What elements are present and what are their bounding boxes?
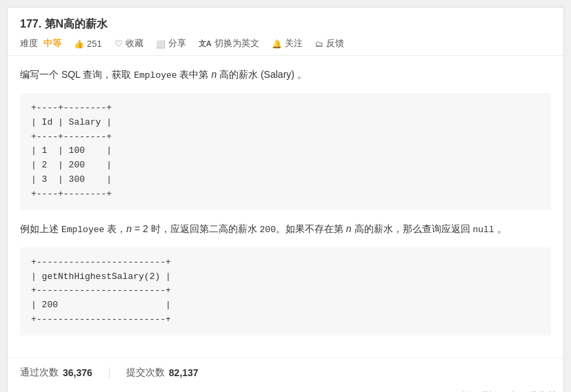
desc2-n2: n [346,223,352,234]
desc2-end: 。如果不存在第 [276,223,346,234]
share-button[interactable]: 分享 [156,37,186,50]
like-button[interactable]: 251 [74,39,102,49]
desc1-start: 编写一个 SQL 查询，获取 [20,69,134,80]
desc1-end: 高的薪水 (Salary) 。 [217,69,307,80]
feedback-label: 反馈 [326,37,344,50]
submit-label: 提交次数 [126,367,165,379]
footer-divider [109,367,110,378]
feedback-button[interactable]: 反馈 [315,37,344,50]
description-2: 例如上述 Employee 表，n = 2 时，应返回第二高的薪水 200。如果… [20,221,551,238]
desc2-end2: 高的薪水，那么查询应返回 [352,223,473,234]
desc1-n: n [211,69,217,80]
submit-count-item: 提交次数 82,137 [126,367,199,379]
submit-count: 82,137 [169,367,199,378]
table-1: +----+--------+ | Id | Salary | +----+--… [20,93,551,210]
pass-count-item: 通过次数 36,376 [20,367,92,379]
translate-button[interactable]: 切换为英文 [199,37,259,50]
desc1-rest: 表中第 [177,69,212,80]
desc2-final: 。 [494,223,507,234]
desc2-rest: = 2 时，应返回第二高的薪水 [132,223,260,234]
pass-label: 通过次数 [20,367,59,379]
like-count: 251 [87,39,102,49]
watermark: https://blog.csdn.net/liuliu11 [8,387,563,392]
description-1: 编写一个 SQL 查询，获取 Employee 表中第 n 高的薪水 (Sala… [20,67,551,83]
desc1-code: Employee [134,70,177,81]
difficulty-label: 难度 [20,37,38,50]
follow-label: 关注 [285,37,303,50]
desc2-middle: 表， [104,223,126,234]
thumb-icon [74,39,84,49]
desc2-code: Employee [61,225,104,235]
share-label: 分享 [168,37,186,50]
translate-icon [199,38,212,49]
desc2-start: 例如上述 [20,223,61,234]
problem-header: 177. 第N高的薪水 难度 中等 251 收藏 分享 切换为英文 关 [8,8,563,56]
problem-content: 编写一个 SQL 查询，获取 Employee 表中第 n 高的薪水 (Sala… [8,56,563,358]
problem-container: 177. 第N高的薪水 难度 中等 251 收藏 分享 切换为英文 关 [7,7,564,392]
translate-label: 切换为英文 [214,37,259,50]
desc2-val: 200 [260,225,276,235]
desc2-n: n [126,223,132,234]
problem-footer: 通过次数 36,376 提交次数 82,137 [8,358,563,387]
bell-icon [272,39,282,49]
follow-button[interactable]: 关注 [272,37,303,50]
problem-title: 177. 第N高的薪水 [20,17,551,32]
collect-label: 收藏 [126,37,143,50]
heart-icon [114,39,123,49]
desc2-null: null [472,225,494,235]
difficulty-badge[interactable]: 中等 [43,37,61,50]
toolbar: 难度 中等 251 收藏 分享 切换为英文 关注 [20,37,551,50]
share-icon [156,39,166,49]
table-2: +------------------------+ | getNthHighe… [20,247,551,336]
feedback-icon [315,39,323,49]
pass-count: 36,376 [63,367,92,378]
collect-button[interactable]: 收藏 [114,37,143,50]
